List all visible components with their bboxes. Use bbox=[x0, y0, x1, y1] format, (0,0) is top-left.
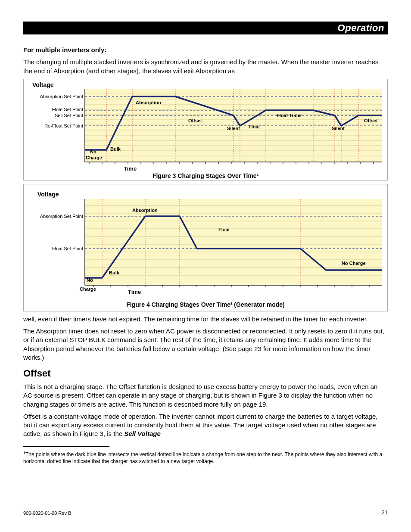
figure-4-container: Voltage bbox=[23, 184, 388, 311]
svg-text:Bulk: Bulk bbox=[110, 146, 121, 152]
intro-paragraph-1: The charging of multiple stacked inverte… bbox=[23, 58, 388, 75]
page: Operation For multiple inverters only: T… bbox=[0, 0, 411, 532]
fig4-xaxis-label: Time bbox=[128, 289, 141, 295]
svg-text:Charge: Charge bbox=[86, 155, 102, 160]
fig3-yaxis-label: Voltage bbox=[32, 81, 54, 88]
figure-4-caption: Figure 4 Charging Stages Over Time1 (Gen… bbox=[126, 301, 285, 308]
absorption-timer-paragraph: The Absorption timer does not reset to z… bbox=[23, 327, 388, 362]
page-footer: 900-0020-01-00 Rev B 21 bbox=[23, 510, 388, 516]
svg-rect-67 bbox=[85, 199, 382, 285]
svg-text:Absorption Set Point: Absorption Set Point bbox=[40, 94, 83, 99]
svg-text:Offset: Offset bbox=[364, 118, 378, 123]
fig4-yaxis-label: Voltage bbox=[37, 191, 59, 198]
figure-3-caption: Figure 3 Charging Stages Over Time1 bbox=[153, 172, 259, 179]
svg-text:Silent: Silent bbox=[332, 126, 345, 131]
figure-3-container: Voltage bbox=[23, 79, 388, 180]
svg-text:Re-Float Set Point: Re-Float Set Point bbox=[44, 123, 83, 128]
svg-text:Float Set Point: Float Set Point bbox=[52, 246, 83, 251]
continuation-paragraph: well, even if their timers have not expi… bbox=[23, 315, 388, 324]
footer-page-number: 21 bbox=[382, 509, 388, 516]
fig3-ylabels: Absorption Set Point Float Set Point Sel… bbox=[40, 94, 83, 128]
offset-paragraph-1: This is not a charging stage. The Offset… bbox=[23, 383, 388, 409]
svg-text:Absorption: Absorption bbox=[136, 100, 161, 105]
svg-text:Offset: Offset bbox=[188, 118, 202, 123]
figure-3-chart: Voltage bbox=[25, 81, 386, 180]
svg-text:Float Timer: Float Timer bbox=[277, 113, 302, 118]
svg-text:Float: Float bbox=[218, 227, 230, 232]
header-bar: Operation bbox=[23, 22, 388, 34]
footer-docnum: 900-0020-01-00 Rev B bbox=[23, 510, 71, 516]
figure-4-chart: Voltage bbox=[25, 186, 386, 311]
svg-text:No Charge: No Charge bbox=[342, 261, 366, 266]
content: For multiple inverters only: The chargin… bbox=[23, 46, 388, 465]
offset-heading: Offset bbox=[23, 368, 388, 379]
svg-text:No: No bbox=[90, 149, 97, 154]
svg-text:Absorption Set Point: Absorption Set Point bbox=[40, 214, 83, 219]
sell-voltage-term: Sell Voltage bbox=[124, 430, 160, 437]
fig3-xaxis-label: Time bbox=[124, 165, 137, 172]
subheading-multi-inverters: For multiple inverters only: bbox=[23, 46, 388, 54]
svg-text:Float: Float bbox=[249, 124, 260, 129]
svg-text:Float Set Point: Float Set Point bbox=[52, 107, 83, 112]
footnote-divider bbox=[23, 446, 109, 447]
svg-text:Absorption: Absorption bbox=[132, 208, 158, 213]
svg-text:Bulk: Bulk bbox=[109, 270, 120, 275]
offset-paragraph-2: Offset is a constant-voltage mode of ope… bbox=[23, 412, 388, 439]
svg-text:Charge: Charge bbox=[80, 286, 96, 292]
footnote-1: 1The points where the dark blue line int… bbox=[23, 450, 388, 465]
svg-text:No: No bbox=[87, 277, 93, 283]
header-title: Operation bbox=[338, 22, 384, 34]
svg-text:Sell Set Point: Sell Set Point bbox=[55, 113, 83, 118]
svg-text:Silent: Silent bbox=[227, 126, 240, 131]
